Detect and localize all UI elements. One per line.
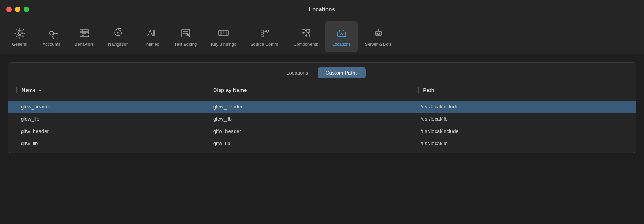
tab-source-control-label: Source Control <box>250 42 279 47</box>
navigation-icon <box>112 27 125 39</box>
tab-general[interactable]: General <box>4 21 35 52</box>
tab-accounts[interactable]: Accounts <box>35 21 67 52</box>
cell-path: /usr/local/lib <box>421 116 628 122</box>
svg-rect-3 <box>80 30 89 31</box>
components-icon <box>300 27 312 39</box>
maximize-button[interactable] <box>24 7 29 12</box>
svg-rect-34 <box>302 29 305 32</box>
content-area: Locations Custom Paths Name ▲ Display Na… <box>0 54 644 161</box>
table-row[interactable]: glew_lib glew_lib /usr/local/lib <box>8 113 636 125</box>
tab-themes[interactable]: Themes <box>136 21 167 52</box>
locations-icon <box>335 27 348 39</box>
tab-themes-label: Themes <box>143 42 159 47</box>
cell-display: glfw_lib <box>213 140 421 146</box>
sort-arrow: ▲ <box>38 88 42 92</box>
tab-components-label: Components <box>294 42 318 47</box>
panel-tabs: Locations Custom Paths <box>8 63 636 83</box>
cell-display: glfw_header <box>213 128 421 134</box>
cell-name: glew_lib <box>16 116 213 122</box>
window-title: Locations <box>309 6 335 13</box>
cell-path: /usr/local/include <box>421 128 628 134</box>
svg-rect-36 <box>302 34 305 37</box>
tab-navigation-label: Navigation <box>108 42 128 47</box>
table-area: Name ▲ Display Name Path glew_header gle… <box>8 83 636 153</box>
tab-components[interactable]: Components <box>287 21 325 52</box>
svg-point-0 <box>18 32 21 35</box>
toolbar: General Accounts Behaviors Navigation Th… <box>0 19 644 54</box>
table-header: Name ▲ Display Name Path <box>16 83 628 97</box>
col-display-header: Display Name <box>213 87 418 93</box>
col-name-header: Name ▲ <box>16 87 213 93</box>
tab-behaviors-label: Behaviors <box>74 42 94 47</box>
tab-server-bots-label: Server & Bots <box>365 42 392 47</box>
tab-navigation[interactable]: Navigation <box>101 21 136 52</box>
table-row[interactable]: glfw_lib glfw_lib /usr/local/lib <box>8 137 636 149</box>
source-control-icon <box>259 27 271 39</box>
cell-name: glfw_header <box>16 128 213 134</box>
window-controls <box>6 7 29 12</box>
server-bots-icon <box>372 27 385 39</box>
cell-path: /usr/local/include <box>421 104 628 110</box>
panel-tab-custom-paths[interactable]: Custom Paths <box>318 67 366 78</box>
tab-source-control[interactable]: Source Control <box>243 21 286 52</box>
svg-point-30 <box>261 30 263 32</box>
svg-rect-42 <box>338 32 346 37</box>
gear-icon <box>13 27 26 39</box>
minimize-button[interactable] <box>15 7 20 12</box>
svg-rect-44 <box>376 31 381 36</box>
cell-display: glew_lib <box>213 116 421 122</box>
tab-accounts-label: Accounts <box>43 42 60 47</box>
col-name-label: Name <box>22 87 35 93</box>
svg-point-43 <box>341 34 343 35</box>
cell-name: glew_header <box>16 104 213 110</box>
cell-name: glfw_lib <box>16 140 213 146</box>
svg-point-32 <box>261 35 263 37</box>
tab-locations[interactable]: Locations <box>325 21 358 52</box>
tab-text-editing[interactable]: Text Editing <box>167 21 204 52</box>
tab-general-label: General <box>12 42 27 47</box>
cell-path: /usr/local/lib <box>421 140 628 146</box>
close-button[interactable] <box>6 7 12 12</box>
table-rows: glew_header glew_header /usr/local/inclu… <box>8 97 636 153</box>
svg-point-10 <box>117 32 119 34</box>
svg-point-31 <box>266 30 269 32</box>
text-editing-icon <box>179 27 192 39</box>
svg-point-46 <box>379 32 380 34</box>
tab-key-bindings-label: Key Bindings <box>211 42 236 47</box>
table-row[interactable]: glfw_header glfw_header /usr/local/inclu… <box>8 125 636 137</box>
svg-marker-9 <box>118 29 121 32</box>
svg-point-45 <box>377 32 378 34</box>
tab-behaviors[interactable]: Behaviors <box>67 21 101 52</box>
svg-rect-35 <box>307 29 310 32</box>
behaviors-icon <box>78 27 91 39</box>
tab-text-editing-label: Text Editing <box>174 42 197 47</box>
main-panel: Locations Custom Paths Name ▲ Display Na… <box>8 62 636 153</box>
table-row[interactable]: glew_header glew_header /usr/local/inclu… <box>8 101 636 113</box>
tab-server-bots[interactable]: Server & Bots <box>358 21 399 52</box>
tab-locations-label: Locations <box>332 42 351 47</box>
panel-tab-locations[interactable]: Locations <box>278 67 316 78</box>
tab-key-bindings[interactable]: Key Bindings <box>204 21 243 52</box>
svg-rect-37 <box>307 34 310 37</box>
at-icon <box>45 27 58 39</box>
titlebar: Locations <box>0 0 644 19</box>
svg-point-1 <box>17 30 22 36</box>
svg-point-49 <box>378 29 379 30</box>
themes-icon <box>145 27 158 39</box>
keyboard-icon <box>217 27 230 39</box>
cell-display: glew_header <box>213 104 421 110</box>
col-path-header: Path <box>418 87 628 93</box>
